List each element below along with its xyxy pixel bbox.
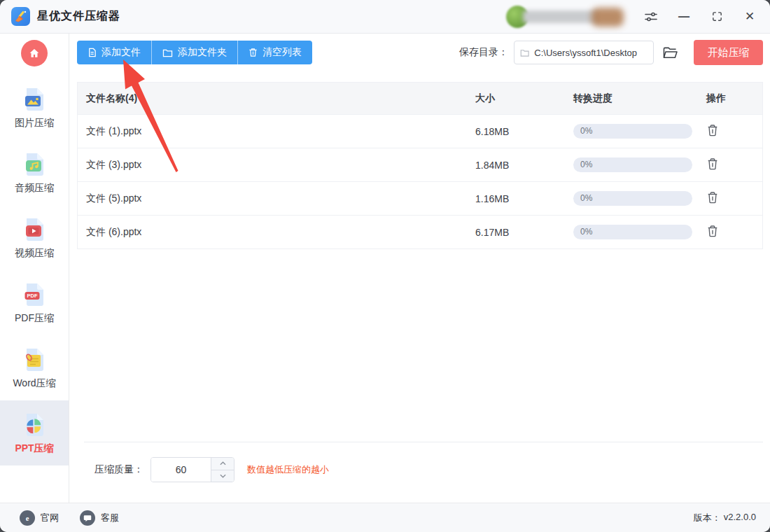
- progress-bar: 0%: [573, 191, 692, 206]
- progress-bar: 0%: [573, 124, 692, 139]
- file-name: 文件 (5).pptx: [78, 192, 475, 205]
- file-name: 文件 (3).pptx: [78, 159, 475, 172]
- user-badge-blurred: [592, 8, 624, 27]
- delete-row-icon[interactable]: [706, 158, 719, 170]
- folder-small-icon: [520, 48, 529, 57]
- main-content: 添加文件 添加文件夹 清空列表 保存目录： 开始压缩: [69, 34, 770, 503]
- support-link[interactable]: 客服: [80, 510, 119, 526]
- save-dir-input-wrap: [514, 41, 654, 64]
- clear-list-button[interactable]: 清空列表: [238, 41, 312, 64]
- trash-icon: [248, 48, 258, 57]
- delete-row-icon[interactable]: [706, 225, 719, 237]
- file-name: 文件 (6).pptx: [78, 226, 475, 239]
- save-dir-input[interactable]: [534, 48, 648, 58]
- add-folder-label: 添加文件夹: [178, 46, 227, 59]
- close-icon[interactable]: ✕: [742, 9, 757, 24]
- title-bar: 星优文件压缩器 — ✕: [0, 0, 770, 34]
- support-label: 客服: [101, 512, 119, 524]
- pdf-file-icon: PDF: [20, 281, 48, 309]
- sidebar-item-pdf-compress[interactable]: PDF PDF压缩: [0, 270, 69, 335]
- header-action: 操作: [706, 92, 762, 105]
- header-size: 大小: [475, 92, 573, 105]
- sidebar-item-label: 音频压缩: [15, 182, 54, 195]
- delete-row-icon[interactable]: [706, 191, 719, 204]
- table-row: 文件 (5).pptx 1.16MB 0%: [78, 181, 762, 215]
- quality-label: 压缩质量：: [94, 463, 144, 476]
- version-value: v2.2.0.0: [724, 512, 756, 524]
- home-icon: [28, 47, 41, 59]
- folder-icon: [162, 48, 173, 57]
- svg-text:PDF: PDF: [27, 293, 38, 299]
- table-row: 文件 (1).pptx 6.18MB 0%: [78, 114, 762, 148]
- sidebar-item-label: PDF压缩: [15, 312, 54, 325]
- header-progress: 转换进度: [573, 92, 706, 105]
- quality-setting-row: 压缩质量： 数值越低压缩的越小: [94, 457, 329, 482]
- chevron-down-icon: [220, 474, 226, 478]
- user-account-blurred[interactable]: [506, 5, 624, 29]
- audio-file-icon: [20, 150, 48, 178]
- official-site-icon: e: [20, 510, 35, 526]
- sidebar-item-image-compress[interactable]: 图片压缩: [0, 75, 69, 140]
- ppt-file-icon: [20, 411, 48, 439]
- file-name: 文件 (1).pptx: [78, 125, 475, 138]
- file-size: 6.18MB: [475, 126, 573, 137]
- svg-text:e: e: [26, 514, 29, 522]
- table-row: 文件 (3).pptx 1.84MB 0%: [78, 148, 762, 181]
- clear-list-label: 清空列表: [262, 46, 302, 59]
- sidebar-item-word-compress[interactable]: Word压缩: [0, 335, 69, 400]
- sidebar-item-label: 视频压缩: [15, 247, 54, 260]
- delete-row-icon[interactable]: [706, 124, 719, 136]
- file-actions-toolbar: 添加文件 添加文件夹 清空列表: [77, 41, 312, 64]
- app-logo-icon: [11, 7, 30, 26]
- support-chat-icon: [80, 510, 95, 526]
- sidebar-item-label: 图片压缩: [15, 117, 54, 130]
- quality-decrease-button[interactable]: [211, 470, 234, 482]
- chevron-up-icon: [220, 461, 226, 465]
- save-dir-label: 保存目录：: [459, 46, 508, 59]
- quality-stepper: [150, 457, 234, 482]
- user-name-blurred: [523, 10, 598, 23]
- maximize-icon[interactable]: [709, 9, 724, 24]
- browse-folder-icon[interactable]: [662, 46, 678, 59]
- image-file-icon: [20, 85, 48, 113]
- header-file-name: 文件名称(4): [78, 92, 475, 105]
- file-size: 6.17MB: [475, 227, 573, 238]
- quality-increase-button[interactable]: [211, 458, 234, 470]
- version-label: 版本：: [694, 512, 721, 524]
- sidebar-item-label: PPT压缩: [15, 442, 53, 455]
- progress-bar: 0%: [573, 225, 692, 239]
- add-folder-button[interactable]: 添加文件夹: [152, 41, 238, 64]
- table-row: 文件 (6).pptx 6.17MB 0%: [78, 215, 762, 248]
- table-header: 文件名称(4) 大小 转换进度 操作: [78, 83, 762, 114]
- start-compress-button[interactable]: 开始压缩: [694, 40, 763, 65]
- save-directory-row: 保存目录： 开始压缩: [459, 40, 763, 65]
- sidebar-item-audio-compress[interactable]: 音频压缩: [0, 140, 69, 205]
- sidebar-item-label: Word压缩: [13, 377, 55, 390]
- file-size: 1.84MB: [475, 160, 573, 171]
- file-table: 文件名称(4) 大小 转换进度 操作 文件 (1).pptx 6.18MB 0%…: [77, 82, 763, 249]
- app-title: 星优文件压缩器: [37, 9, 120, 24]
- quality-hint-text: 数值越低压缩的越小: [247, 463, 329, 476]
- official-site-link[interactable]: e 官网: [20, 510, 59, 526]
- home-button[interactable]: [21, 40, 48, 66]
- sidebar-item-video-compress[interactable]: 视频压缩: [0, 205, 69, 270]
- sidebar-item-ppt-compress[interactable]: PPT压缩: [0, 400, 69, 465]
- add-file-label: 添加文件: [102, 46, 141, 59]
- official-site-label: 官网: [41, 512, 59, 524]
- version-text: 版本： v2.2.0.0: [694, 512, 756, 524]
- quality-input[interactable]: [151, 458, 211, 482]
- settings-sliders-icon[interactable]: [643, 9, 659, 24]
- sidebar: 图片压缩 音频压缩 视频压缩: [0, 34, 69, 503]
- bottom-divider: [84, 442, 763, 442]
- minimize-icon[interactable]: —: [676, 9, 692, 24]
- word-file-icon: [20, 346, 48, 374]
- app-window: 星优文件压缩器 — ✕: [0, 0, 770, 532]
- video-file-icon: [20, 216, 48, 244]
- footer-bar: e 官网 客服 版本： v2.2.0.0: [0, 503, 770, 532]
- file-size: 1.16MB: [475, 193, 573, 204]
- file-icon: [88, 48, 97, 57]
- add-file-button[interactable]: 添加文件: [77, 41, 152, 64]
- progress-bar: 0%: [573, 158, 692, 172]
